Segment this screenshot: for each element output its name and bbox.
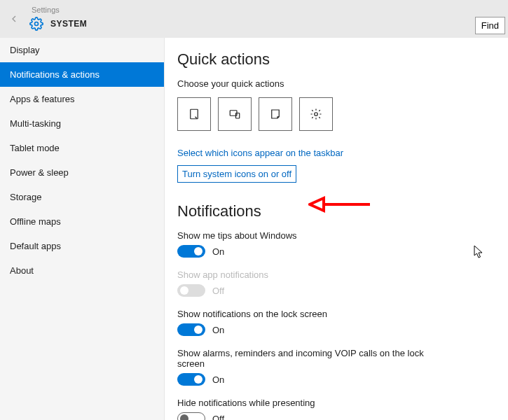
sidebar-item-multi-tasking[interactable]: Multi-tasking: [0, 111, 164, 136]
sidebar-item-notifications-actions[interactable]: Notifications & actions: [0, 62, 164, 87]
toggle-appnotif: Off: [177, 284, 224, 297]
sidebar-item-storage[interactable]: Storage: [0, 185, 164, 209]
sidebar-item-apps-features[interactable]: Apps & features: [0, 87, 164, 111]
quick-action-tiles: [177, 97, 508, 131]
svg-point-0: [35, 22, 39, 26]
toggle-lock[interactable]: On: [177, 323, 224, 336]
opt-hide-label: Hide notifications while presenting: [177, 398, 444, 408]
sidebar-item-default-apps[interactable]: Default apps: [0, 234, 164, 258]
toggle-tips-state: On: [212, 246, 224, 257]
back-arrow-icon[interactable]: [7, 12, 21, 26]
toggle-hide[interactable]: Off: [177, 412, 224, 420]
qa-tile-connect[interactable]: [218, 97, 252, 131]
opt-lock-label: Show notifications on the lock screen: [177, 309, 444, 319]
opt-appnotif-label: Show app notifications: [177, 270, 444, 280]
toggle-lock-state: On: [212, 325, 224, 335]
opt-alarms-label: Show alarms, reminders and incoming VOIP…: [177, 348, 444, 369]
breadcrumb: Settings: [32, 6, 60, 14]
svg-point-4: [315, 113, 318, 116]
svg-rect-1: [191, 109, 198, 119]
quick-actions-heading: Quick actions: [177, 50, 508, 69]
notifications-heading: Notifications: [177, 202, 508, 220]
content-panel: Quick actions Choose your quick actions …: [165, 38, 508, 420]
sidebar-item-offline-maps[interactable]: Offline maps: [0, 209, 164, 234]
gear-icon: [29, 17, 43, 31]
page-title: SYSTEM: [50, 19, 87, 29]
quick-actions-subhead: Choose your quick actions: [177, 78, 508, 89]
qa-tile-tablet[interactable]: [177, 97, 211, 131]
sidebar-item-display[interactable]: Display: [0, 38, 164, 62]
title-bar: Settings SYSTEM Find: [0, 0, 508, 38]
toggle-alarms[interactable]: On: [177, 373, 224, 386]
find-button[interactable]: Find: [475, 17, 505, 34]
link-system-icons[interactable]: Turn system icons on or off: [177, 165, 296, 183]
toggle-hide-state: Off: [212, 414, 224, 421]
qa-tile-note[interactable]: [259, 97, 292, 131]
sidebar: DisplayNotifications & actionsApps & fea…: [0, 38, 165, 420]
sidebar-item-tablet-mode[interactable]: Tablet mode: [0, 136, 164, 160]
toggle-tips[interactable]: On: [177, 245, 224, 258]
toggle-alarms-state: On: [212, 374, 224, 385]
sidebar-item-about[interactable]: About: [0, 258, 164, 283]
qa-tile-settings[interactable]: [299, 97, 333, 131]
sidebar-item-power-sleep[interactable]: Power & sleep: [0, 160, 164, 185]
toggle-appnotif-state: Off: [212, 286, 224, 296]
opt-tips-label: Show me tips about Windows: [177, 230, 444, 241]
link-taskbar-icons[interactable]: Select which icons appear on the taskbar: [177, 148, 343, 158]
